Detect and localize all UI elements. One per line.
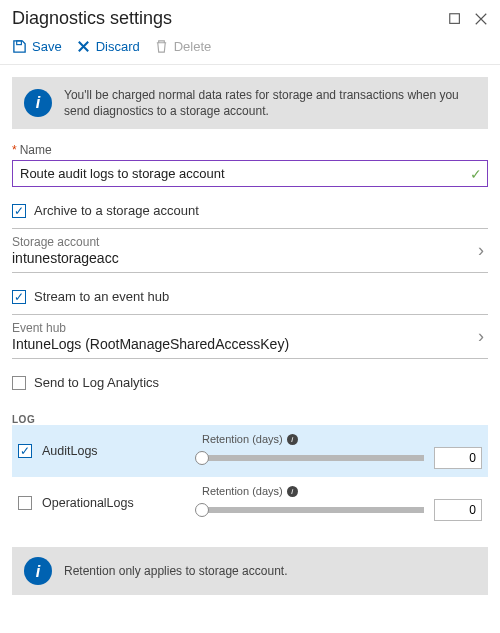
operationallogs-checkbox[interactable] (18, 496, 32, 510)
info-icon: i (24, 89, 52, 117)
stream-label: Stream to an event hub (34, 289, 169, 304)
info-icon[interactable]: i (287, 486, 298, 497)
svg-rect-0 (450, 13, 460, 23)
stream-checkbox-row[interactable]: ✓ Stream to an event hub (12, 289, 488, 304)
info-text-top: You'll be charged normal data rates for … (64, 87, 476, 119)
retention-slider[interactable] (202, 455, 424, 461)
log-analytics-checkbox-row[interactable]: Send to Log Analytics (12, 375, 488, 390)
name-input[interactable] (13, 161, 487, 186)
info-icon: i (24, 557, 52, 585)
retention-label: Retention (days) i (202, 485, 482, 497)
delete-button: Delete (154, 39, 212, 54)
log-analytics-checkbox[interactable] (12, 376, 26, 390)
retention-slider[interactable] (202, 507, 424, 513)
log-name: AuditLogs (42, 444, 192, 458)
retention-input[interactable] (434, 499, 482, 521)
log-section-heading: LOG (12, 414, 488, 425)
page-title: Diagnostics settings (12, 8, 172, 29)
storage-picker-value: intunestorageacc (12, 250, 119, 266)
svg-rect-1 (17, 41, 22, 45)
chevron-right-icon: › (474, 326, 488, 347)
discard-icon (76, 39, 91, 54)
storage-picker-label: Storage account (12, 235, 119, 249)
event-hub-picker[interactable]: Event hub IntuneLogs (RootManageSharedAc… (12, 314, 488, 359)
chevron-right-icon: › (474, 240, 488, 261)
retention-label: Retention (days) i (202, 433, 482, 445)
eventhub-picker-label: Event hub (12, 321, 289, 335)
discard-button[interactable]: Discard (76, 39, 140, 54)
save-icon (12, 39, 27, 54)
valid-check-icon: ✓ (470, 166, 482, 182)
auditlogs-checkbox[interactable]: ✓ (18, 444, 32, 458)
log-analytics-label: Send to Log Analytics (34, 375, 159, 390)
command-bar: Save Discard Delete (12, 33, 488, 64)
restore-window-icon[interactable] (448, 12, 462, 26)
save-button[interactable]: Save (12, 39, 62, 54)
stream-checkbox[interactable]: ✓ (12, 290, 26, 304)
delete-icon (154, 39, 169, 54)
retention-input[interactable] (434, 447, 482, 469)
save-label: Save (32, 39, 62, 54)
log-name: OperationalLogs (42, 496, 192, 510)
close-icon[interactable] (474, 12, 488, 26)
log-row-auditlogs: ✓ AuditLogs Retention (days) i (12, 425, 488, 477)
archive-checkbox[interactable]: ✓ (12, 204, 26, 218)
info-text-bottom: Retention only applies to storage accoun… (64, 563, 287, 579)
name-label: *Name (12, 143, 488, 157)
info-banner-bottom: i Retention only applies to storage acco… (12, 547, 488, 595)
blade-header: Diagnostics settings (12, 8, 488, 33)
discard-label: Discard (96, 39, 140, 54)
info-icon[interactable]: i (287, 434, 298, 445)
log-row-operationallogs: OperationalLogs Retention (days) i (12, 477, 488, 529)
info-banner-top: i You'll be charged normal data rates fo… (12, 77, 488, 129)
archive-checkbox-row[interactable]: ✓ Archive to a storage account (12, 203, 488, 218)
archive-label: Archive to a storage account (34, 203, 199, 218)
divider (0, 64, 500, 65)
delete-label: Delete (174, 39, 212, 54)
storage-account-picker[interactable]: Storage account intunestorageacc › (12, 228, 488, 273)
eventhub-picker-value: IntuneLogs (RootManageSharedAccessKey) (12, 336, 289, 352)
